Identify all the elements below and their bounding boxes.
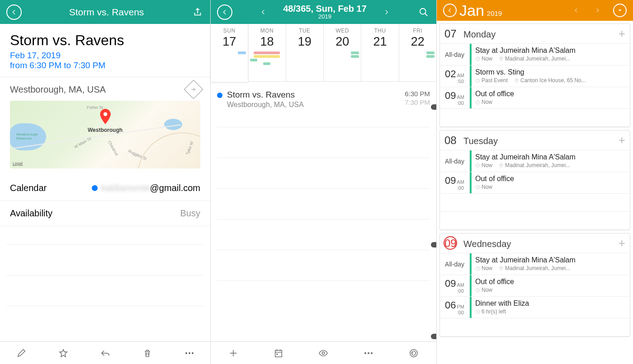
day-tab[interactable]: MON18 (248, 24, 286, 81)
agenda-time: All-day (440, 253, 470, 275)
eye-icon[interactable] (317, 347, 330, 359)
event-chip (238, 51, 246, 54)
directions-icon[interactable] (184, 80, 203, 99)
agenda-meta: Now (475, 265, 492, 271)
agenda-event-row[interactable]: All-dayStay at Jumeirah Mina A'SalamNowM… (440, 44, 630, 65)
day-tab[interactable]: WED20 (324, 24, 361, 81)
calendar-row[interactable]: Calendar kaldiamonte@gmail.com (0, 176, 210, 201)
agenda-meta: 6 hr(s) left (475, 308, 506, 315)
agenda-event-row[interactable]: 06PM:00Dinner with Eliza6 hr(s) left (440, 297, 630, 318)
agenda-event-row[interactable]: 09AM:00Out of officeNow (440, 172, 630, 194)
map-preview[interactable]: Fisher St W Main St Chestnut Ruggles St … (10, 101, 200, 168)
scroll-knob[interactable] (431, 104, 436, 110)
svg-rect-2 (275, 350, 282, 357)
event-time: from 6:30 PM to 7:30 PM (0, 61, 210, 77)
map-pin-icon (99, 109, 111, 126)
day-tab[interactable]: FRI22 (399, 24, 436, 81)
day-tab[interactable]: TUE19 (286, 24, 324, 81)
agenda-event-row[interactable]: All-dayStay at Jumeirah Mina A'SalamNowM… (440, 150, 630, 172)
agenda-meta: Now (475, 184, 492, 190)
agenda-event-title: Stay at Jumeirah Mina A'Salam (475, 47, 626, 55)
star-icon[interactable] (57, 347, 70, 359)
agenda-event-row[interactable]: 09AM:00Out of officeNow (440, 275, 630, 297)
trash-icon[interactable] (141, 347, 154, 359)
scroll-knob[interactable] (431, 242, 436, 247)
agenda-time: 09AM:00 (440, 87, 470, 108)
agenda-meta: Madinat Jumeirah, Jumei... (499, 162, 570, 168)
location-text: Westborough, MA, USA (10, 84, 106, 95)
event-color-dot (217, 93, 222, 98)
agenda-day-group: 08Tuesday+All-dayStay at Jumeirah Mina A… (439, 130, 630, 230)
day-header: 48/365, Sun, Feb 17 2019 (211, 0, 436, 24)
agenda-year: 2019 (487, 9, 502, 17)
day-event-row[interactable]: Storm vs. Ravens Westborough, MA, USA 6:… (211, 82, 436, 109)
agenda-meta: Now (475, 99, 492, 105)
calendar-value: kaldiamonte@gmail.com (92, 183, 200, 193)
more-icon[interactable] (183, 347, 196, 359)
add-event-icon[interactable]: + (619, 133, 625, 147)
event-chip (250, 59, 257, 61)
agenda-event-title: Dinner with Eliza (475, 299, 626, 308)
day-number: 18 (248, 35, 285, 49)
location-row[interactable]: Westborough, MA, USA (0, 77, 210, 99)
svg-point-15 (501, 267, 501, 268)
event-chip (426, 51, 435, 54)
svg-point-4 (322, 352, 325, 355)
header-title: Storm vs. Ravens (22, 7, 191, 18)
next-month-icon[interactable] (591, 4, 604, 17)
agenda-time: 09AM:00 (440, 275, 470, 296)
agenda-meta: Past Event (475, 77, 508, 84)
day-number: 17 (211, 35, 248, 49)
more-icon[interactable] (362, 347, 375, 359)
agenda-event-row[interactable]: 09AM:00Out of officeNow (440, 87, 630, 109)
back-button[interactable] (443, 4, 457, 17)
dropdown-icon[interactable] (613, 4, 627, 17)
day-of-week: TUE (286, 28, 323, 34)
add-icon[interactable] (227, 347, 240, 359)
availability-row[interactable]: Availability Busy (0, 201, 210, 226)
calendar-icon[interactable] (272, 347, 285, 359)
add-event-icon[interactable]: + (619, 27, 625, 41)
reply-icon[interactable] (99, 347, 112, 359)
svg-rect-3 (276, 353, 278, 355)
day-event-start: 6:30 PM (405, 90, 430, 98)
refresh-icon[interactable] (407, 347, 420, 359)
agenda-day-number: 08 (444, 134, 458, 147)
agenda-meta: Now (475, 287, 492, 293)
agenda-meta: Madinat Jumeirah, Jumei... (499, 56, 570, 62)
svg-point-12 (501, 164, 501, 165)
edit-icon[interactable] (15, 347, 28, 359)
agenda-meta: Madinat Jumeirah, Jumei... (499, 265, 570, 271)
agenda-day-name: Tuesday (463, 136, 613, 146)
event-toolbar (0, 341, 210, 364)
back-button[interactable] (217, 5, 232, 20)
back-button[interactable] (6, 5, 22, 20)
svg-point-0 (103, 112, 107, 116)
calendar-color-dot (92, 185, 98, 191)
share-icon[interactable] (191, 6, 204, 19)
event-chip (263, 62, 270, 65)
add-event-icon[interactable]: + (619, 236, 625, 250)
week-day-tabs: SUN17MON18TUE19WED20THU21FRI22 (211, 24, 436, 82)
agenda-day-name: Wednesday (463, 239, 613, 249)
svg-point-1 (420, 8, 426, 14)
agenda-event-row[interactable]: 02AM:50Storm vs. StingPast EventCanton I… (440, 65, 630, 87)
day-event-location: Westborough, MA, USA (227, 101, 304, 109)
map-legal-link[interactable]: Legal (13, 161, 23, 166)
event-chip (351, 51, 359, 54)
calendar-label: Calendar (10, 183, 47, 193)
day-of-week: SUN (211, 28, 248, 34)
day-tab[interactable]: SUN17 (211, 24, 248, 82)
prev-day-icon[interactable] (257, 6, 269, 19)
agenda-event-row[interactable]: All-dayStay at Jumeirah Mina A'SalamNowM… (440, 253, 630, 275)
scroll-knob[interactable] (431, 334, 436, 339)
agenda-event-title: Storm vs. Sting (475, 68, 626, 76)
next-day-icon[interactable] (380, 6, 393, 19)
search-icon[interactable] (417, 6, 430, 19)
agenda-time: All-day (440, 44, 470, 65)
day-tab[interactable]: THU21 (361, 24, 399, 81)
agenda-time: All-day (440, 150, 470, 172)
prev-month-icon[interactable] (570, 4, 582, 17)
event-chip (254, 55, 280, 58)
agenda-time: 06PM:00 (440, 297, 470, 318)
